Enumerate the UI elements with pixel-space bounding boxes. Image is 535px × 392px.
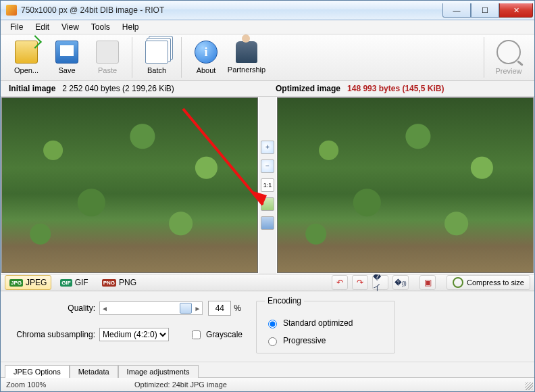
grayscale-checkbox[interactable]: Grayscale xyxy=(189,328,243,341)
zoom-actual-button[interactable]: 1:1 xyxy=(261,178,274,192)
menu-view[interactable]: View xyxy=(56,22,84,32)
menubar: File Edit View Tools Help xyxy=(1,20,534,34)
paste-label: Paste xyxy=(98,66,117,74)
encoding-standard-radio[interactable]: Standard optimized xyxy=(265,318,386,328)
close-button[interactable]: ✕ xyxy=(499,3,533,18)
status-zoom: Zoom 100% xyxy=(6,381,107,389)
about-label: About xyxy=(197,66,216,74)
encoding-legend: Encoding xyxy=(265,296,304,305)
menu-file[interactable]: File xyxy=(5,22,28,32)
compress-label: Compress to size xyxy=(467,278,524,287)
menu-edit[interactable]: Edit xyxy=(30,22,55,32)
open-button[interactable]: Open... xyxy=(6,36,47,78)
tab-metadata[interactable]: Metadata xyxy=(70,365,118,378)
status-optimized: Optimized: 24bit JPG image xyxy=(134,381,236,389)
paste-button[interactable]: Paste xyxy=(87,36,128,78)
optimized-image-content xyxy=(278,98,533,272)
quality-label: Quality: xyxy=(7,303,95,313)
documents-stack-icon xyxy=(145,41,168,64)
resize-button[interactable]: ▣ xyxy=(419,275,436,290)
options-tabbar: JPEG Options Metadata Image adjustments xyxy=(1,362,534,377)
about-button[interactable]: i About xyxy=(186,36,226,78)
window-controls: — ☐ ✕ xyxy=(442,3,533,17)
main-toolbar: Open... Save Paste Batch i About xyxy=(1,34,534,81)
tab-image-adjustments[interactable]: Image adjustments xyxy=(118,365,199,378)
info-icon: i xyxy=(195,41,218,64)
chroma-label: Chroma subsampling: xyxy=(7,330,95,339)
status-bar: Zoom 100% Optimized: 24bit JPG image xyxy=(1,377,534,391)
app-icon xyxy=(6,5,17,16)
clipboard-icon xyxy=(96,41,119,64)
jpeg-options-panel: Quality: ◄ ► % Chroma subsampling: Mediu… xyxy=(1,291,534,362)
zoom-fit-button[interactable] xyxy=(261,197,274,211)
grayscale-input[interactable] xyxy=(192,330,201,339)
gear-icon xyxy=(453,277,463,288)
jpeg-badge-icon: JPG xyxy=(9,279,23,287)
batch-label: Batch xyxy=(147,66,166,74)
slider-thumb[interactable] xyxy=(180,303,192,314)
optimized-image-size: 148 993 bytes (145,5 KiB) xyxy=(347,84,444,93)
format-gif-button[interactable]: GIF GIF xyxy=(55,275,93,290)
partnership-label: Partnership xyxy=(228,66,265,74)
encoding-progressive-input[interactable] xyxy=(268,337,277,346)
floppy-icon xyxy=(55,41,78,64)
flip-horizontal-button[interactable]: �イ xyxy=(372,275,388,290)
encoding-standard-input[interactable] xyxy=(268,320,277,328)
resize-grip[interactable] xyxy=(525,382,533,390)
initial-image-content xyxy=(2,98,257,272)
menu-tools[interactable]: Tools xyxy=(86,22,116,32)
app-window: 750x1000 px @ 24bit DIB image - RIOT — ☐… xyxy=(0,0,535,392)
maximize-button[interactable]: ☐ xyxy=(471,3,499,18)
window-title: 750x1000 px @ 24bit DIB image - RIOT xyxy=(21,5,442,15)
optimized-image-label: Optimized image xyxy=(276,84,340,93)
gif-badge-icon: GIF xyxy=(60,279,72,287)
encoding-fieldset: Encoding Standard optimized Progressive xyxy=(256,301,395,353)
batch-button[interactable]: Batch xyxy=(136,36,177,78)
preview-button[interactable]: Preview xyxy=(488,36,529,78)
format-png-button[interactable]: PNG PNG xyxy=(97,275,141,290)
folder-open-icon xyxy=(15,41,38,64)
rotate-ccw-button[interactable]: ↶ xyxy=(332,275,348,290)
chroma-select[interactable]: Medium (4:2:0) xyxy=(99,328,169,341)
initial-image-size: 2 252 040 bytes (2 199,26 KiB) xyxy=(62,84,174,93)
encoding-standard-label: Standard optimized xyxy=(283,318,353,328)
partnership-button[interactable]: Partnership xyxy=(226,36,267,78)
image-compare-area: 1:1 xyxy=(1,96,534,274)
zoom-out-button[interactable] xyxy=(261,160,274,173)
percent-label: % xyxy=(234,303,241,313)
quality-slider[interactable]: ◄ ► xyxy=(99,301,203,315)
magnifier-icon xyxy=(496,40,521,64)
zoom-toolbar: 1:1 xyxy=(259,97,276,274)
slider-right-arrow[interactable]: ► xyxy=(193,305,202,312)
flip-vertical-button[interactable]: �ற xyxy=(392,275,409,290)
optimized-image-pane[interactable] xyxy=(277,97,534,273)
format-png-label: PNG xyxy=(119,278,136,287)
format-bar: JPG JPEG GIF GIF PNG PNG ↶ ↷ �イ �ற ▣ Com… xyxy=(1,274,534,291)
initial-image-label: Initial image xyxy=(9,84,55,93)
compress-to-size-button[interactable]: Compress to size xyxy=(447,275,530,290)
size-info-row: Initial image 2 252 040 bytes (2 199,26 … xyxy=(1,81,534,96)
encoding-progressive-radio[interactable]: Progressive xyxy=(265,335,386,346)
tab-jpeg-options[interactable]: JPEG Options xyxy=(5,365,70,378)
format-jpeg-button[interactable]: JPG JPEG xyxy=(5,275,51,290)
initial-image-pane[interactable] xyxy=(1,97,258,273)
minimize-button[interactable]: — xyxy=(442,3,471,18)
format-jpeg-label: JPEG xyxy=(26,278,47,287)
quality-input[interactable] xyxy=(208,301,231,316)
zoom-in-button[interactable] xyxy=(261,141,274,154)
save-label: Save xyxy=(58,66,75,74)
person-icon xyxy=(236,41,257,63)
menu-help[interactable]: Help xyxy=(117,22,145,32)
png-badge-icon: PNG xyxy=(102,279,116,287)
slider-left-arrow[interactable]: ◄ xyxy=(100,305,109,312)
preview-label: Preview xyxy=(495,67,521,75)
fullscreen-button[interactable] xyxy=(261,216,274,230)
open-label: Open... xyxy=(14,66,39,74)
format-gif-label: GIF xyxy=(75,278,88,287)
rotate-cw-button[interactable]: ↷ xyxy=(352,275,368,290)
titlebar: 750x1000 px @ 24bit DIB image - RIOT — ☐… xyxy=(1,1,534,20)
grayscale-label: Grayscale xyxy=(206,330,243,339)
save-button[interactable]: Save xyxy=(47,36,87,78)
encoding-progressive-label: Progressive xyxy=(283,336,326,345)
